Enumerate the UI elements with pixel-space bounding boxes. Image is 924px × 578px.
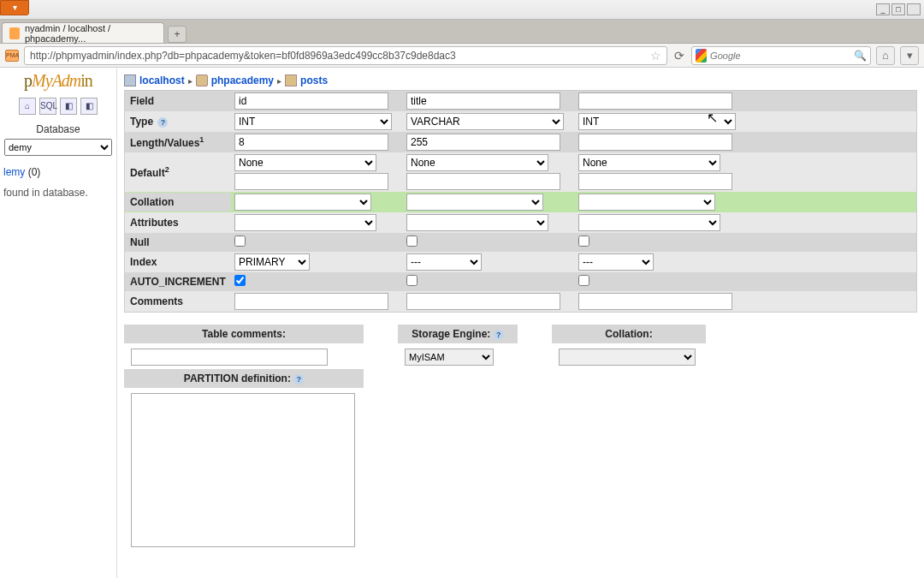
field-collation-select[interactable] [406, 194, 543, 211]
app-menu-button[interactable]: ▾ [0, 0, 29, 15]
search-bar[interactable]: 🔍 [691, 46, 871, 65]
label-collation: Collation [125, 193, 231, 212]
sidebar-sql-icon[interactable]: SQL [39, 98, 56, 115]
browser-toolbar: PMA ☆ ⟳ 🔍 ⌂ ▾ [0, 44, 924, 68]
search-input[interactable] [710, 51, 850, 61]
crumb-database[interactable]: phpacademy [211, 74, 274, 86]
table-comments-input[interactable] [131, 349, 328, 366]
field-autoincrement-checkbox[interactable] [234, 275, 246, 286]
database-label: Database [0, 123, 116, 135]
field-comment-input[interactable] [406, 293, 560, 310]
new-tab-button[interactable]: + [168, 26, 187, 43]
field-index-select[interactable]: --- [406, 253, 482, 271]
database-link[interactable]: lemy (0) [0, 166, 116, 178]
field-length-input[interactable] [406, 134, 560, 151]
field-default-value-input[interactable] [578, 173, 732, 190]
field-attributes-select[interactable] [234, 214, 376, 231]
field-type-select[interactable]: INT [234, 113, 392, 130]
field-autoincrement-checkbox[interactable] [406, 275, 418, 286]
pma-logo: pMyAdmin [0, 71, 116, 91]
field-index-select[interactable]: PRIMARY [234, 253, 310, 271]
field-collation-select[interactable] [578, 194, 715, 211]
table-collation-select[interactable] [559, 349, 696, 366]
label-index: Index [125, 253, 231, 271]
help-icon[interactable]: ? [293, 374, 304, 384]
pma-sidebar: pMyAdmin ⌂ SQL ◧ ◧ Database demy lemy (0… [0, 68, 117, 578]
label-default: Default2 [125, 162, 231, 182]
label-field: Field [125, 92, 231, 110]
help-icon[interactable]: ? [494, 330, 504, 340]
label-comments: Comments [125, 292, 231, 311]
sidebar-docs-icon[interactable]: ◧ [60, 98, 77, 115]
label-storage-engine: Storage Engine: ? [398, 325, 518, 343]
field-collation-select[interactable] [234, 194, 371, 211]
field-comment-input[interactable] [578, 293, 732, 310]
window-close-button[interactable] [907, 3, 921, 15]
database-note: found in database. [0, 178, 116, 199]
label-attributes: Attributes [125, 213, 231, 232]
label-type: Type ? [125, 112, 231, 131]
site-favicon: PMA [5, 50, 19, 62]
partition-textarea[interactable] [131, 393, 355, 547]
tab-favicon [9, 27, 20, 39]
field-null-checkbox[interactable] [406, 235, 418, 247]
field-attributes-select[interactable] [406, 214, 548, 231]
database-icon [196, 74, 208, 86]
url-bar[interactable]: ☆ [24, 46, 667, 65]
help-icon[interactable]: ? [157, 117, 168, 128]
database-select[interactable]: demy [4, 139, 112, 156]
label-table-collation: Collation: [552, 325, 706, 343]
field-name-input[interactable] [578, 92, 732, 110]
crumb-server[interactable]: localhost [139, 74, 185, 86]
crumb-sep: ▸ [277, 76, 281, 86]
sidebar-home-icon[interactable]: ⌂ [19, 98, 36, 115]
label-partition: PARTITION definition: ? [124, 369, 364, 388]
field-name-input[interactable] [406, 92, 560, 110]
label-table-comments: Table comments: [124, 325, 364, 343]
url-input[interactable] [30, 50, 647, 62]
field-default-select[interactable]: None [406, 154, 548, 171]
field-length-input[interactable] [578, 134, 732, 151]
os-titlebar: ▾ _ □ [0, 0, 924, 20]
field-default-value-input[interactable] [234, 173, 388, 190]
field-name-input[interactable] [234, 92, 388, 110]
browser-tab[interactable]: nyadmin / localhost / phpacademy... [2, 22, 164, 43]
breadcrumb: localhost ▸ phpacademy ▸ posts [124, 71, 917, 90]
crumb-table[interactable]: posts [300, 74, 328, 86]
server-icon [124, 74, 136, 86]
google-icon [696, 49, 707, 63]
sidebar-query-icon[interactable]: ◧ [80, 98, 98, 115]
browser-tabstrip: nyadmin / localhost / phpacademy... + [0, 20, 924, 44]
storage-engine-select[interactable]: MyISAM [405, 349, 494, 366]
field-autoincrement-checkbox[interactable] [578, 275, 589, 286]
table-options: Table comments: PARTITION definition: ? … [124, 325, 917, 550]
window-maximize-button[interactable]: □ [891, 3, 905, 15]
field-attributes-select[interactable] [578, 214, 720, 231]
field-index-select[interactable]: --- [578, 253, 654, 271]
bookmark-star-icon[interactable]: ☆ [647, 49, 661, 63]
menu-button[interactable]: ▾ [900, 46, 919, 65]
label-length: Length/Values1 [125, 132, 231, 152]
label-auto-increment: AUTO_INCREMENT [125, 272, 231, 291]
pma-main: localhost ▸ phpacademy ▸ posts Field Typ… [117, 68, 924, 578]
field-length-input[interactable] [234, 134, 388, 151]
search-go-icon[interactable]: 🔍 [854, 50, 867, 62]
field-comment-input[interactable] [234, 293, 388, 310]
home-button[interactable]: ⌂ [876, 46, 895, 65]
field-null-checkbox[interactable] [234, 235, 246, 247]
mouse-cursor-icon: ↖ [707, 110, 718, 126]
field-null-checkbox[interactable] [578, 235, 589, 247]
field-default-value-input[interactable] [406, 173, 560, 190]
label-null: Null [125, 233, 231, 252]
field-default-select[interactable]: None [234, 154, 376, 171]
reload-button[interactable]: ⟳ [672, 49, 686, 63]
table-icon [285, 74, 297, 86]
columns-grid: Field Type ? INT VARCHAR INT Length/Valu… [124, 90, 917, 313]
tab-title: nyadmin / localhost / phpacademy... [25, 23, 151, 44]
crumb-sep: ▸ [188, 76, 192, 86]
field-default-select[interactable]: None [578, 154, 720, 171]
field-type-select[interactable]: VARCHAR [406, 113, 564, 130]
window-minimize-button[interactable]: _ [876, 3, 890, 15]
